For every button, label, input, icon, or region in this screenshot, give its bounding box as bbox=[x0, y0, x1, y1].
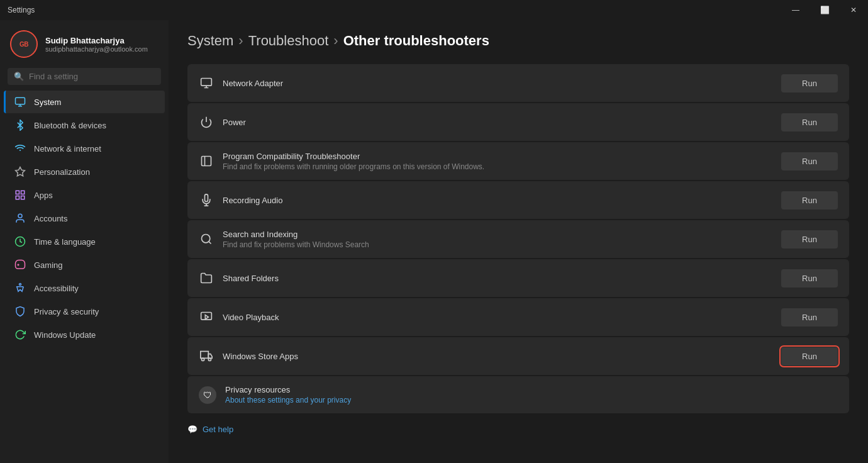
item-title-windows-store-apps: Windows Store Apps bbox=[223, 352, 298, 361]
item-icon-program-compatibility bbox=[199, 153, 214, 169]
nav-label-network: Network & internet bbox=[34, 144, 101, 153]
troubleshooter-power: Power Run bbox=[187, 103, 849, 141]
item-left-power: Power bbox=[199, 114, 246, 130]
restore-button[interactable]: ⬜ bbox=[810, 0, 839, 20]
item-icon-recording-audio bbox=[199, 192, 214, 208]
item-text-program-compatibility: Program Compatibility Troubleshooter Fin… bbox=[223, 152, 484, 171]
run-button-power[interactable]: Run bbox=[781, 113, 838, 131]
troubleshooter-search-indexing: Search and Indexing Find and fix problem… bbox=[187, 220, 849, 258]
nav-icon-personalization bbox=[14, 165, 26, 178]
breadcrumb-system[interactable]: System bbox=[187, 33, 233, 49]
breadcrumb-troubleshoot[interactable]: Troubleshoot bbox=[248, 33, 329, 49]
run-button-search-indexing[interactable]: Run bbox=[781, 230, 838, 248]
nav-icon-gaming bbox=[14, 259, 26, 271]
sidebar-item-bluetooth[interactable]: Bluetooth & devices bbox=[4, 114, 165, 137]
run-button-video-playback[interactable]: Run bbox=[781, 308, 838, 326]
item-icon-video-playback bbox=[199, 310, 214, 325]
profile-info: Sudip Bhattacharjya sudipbhattacharjya@o… bbox=[45, 36, 148, 53]
get-help-link[interactable]: 💬 Get help bbox=[187, 425, 849, 434]
nav-icon-apps bbox=[14, 189, 26, 201]
svg-rect-2 bbox=[21, 191, 25, 194]
nav-icon-accounts bbox=[14, 212, 26, 225]
avatar-inner: GB bbox=[10, 30, 38, 58]
svg-rect-3 bbox=[21, 196, 25, 199]
titlebar: Settings — ⬜ ✕ bbox=[0, 0, 868, 20]
sidebar-item-network[interactable]: Network & internet bbox=[4, 137, 165, 160]
search-icon: 🔍 bbox=[14, 72, 24, 81]
run-button-network-adapter[interactable]: Run bbox=[781, 74, 838, 92]
svg-point-19 bbox=[208, 358, 211, 360]
troubleshooter-recording-audio: Recording Audio Run bbox=[187, 181, 849, 219]
nav-label-apps: Apps bbox=[34, 191, 53, 200]
sidebar-item-personalization[interactable]: Personalization bbox=[4, 160, 165, 183]
svg-rect-10 bbox=[202, 157, 211, 166]
app-body: GB Sudip Bhattacharjya sudipbhattacharjy… bbox=[0, 20, 868, 463]
sidebar-item-privacy[interactable]: Privacy & security bbox=[4, 300, 165, 323]
item-icon-power bbox=[199, 114, 214, 130]
get-help-label[interactable]: Get help bbox=[203, 425, 233, 434]
item-desc-search-indexing: Find and fix problems with Windows Searc… bbox=[223, 240, 369, 249]
troubleshooter-shared-folders: Shared Folders Run bbox=[187, 259, 849, 297]
search-input[interactable] bbox=[29, 72, 155, 81]
item-text-recording-audio: Recording Audio bbox=[223, 196, 282, 205]
item-left-network-adapter: Network Adapter bbox=[199, 75, 283, 91]
sidebar-item-accessibility[interactable]: Accessibility bbox=[4, 277, 165, 299]
privacy-icon: 🛡 bbox=[199, 386, 216, 404]
item-icon-windows-store-apps bbox=[199, 349, 214, 364]
item-left-shared-folders: Shared Folders bbox=[199, 271, 279, 286]
troubleshooter-network-adapter: Network Adapter Run bbox=[187, 64, 849, 102]
search-box[interactable]: 🔍 bbox=[8, 68, 161, 85]
item-title-program-compatibility: Program Compatibility Troubleshooter bbox=[223, 152, 484, 161]
nav-label-system: System bbox=[34, 98, 61, 107]
svg-rect-17 bbox=[201, 352, 209, 359]
close-button[interactable]: ✕ bbox=[839, 0, 868, 20]
about-settings-link[interactable]: About these settings bbox=[225, 396, 294, 404]
sidebar-item-accounts[interactable]: Accounts bbox=[4, 207, 165, 230]
item-left-search-indexing: Search and Indexing Find and fix problem… bbox=[199, 230, 369, 249]
titlebar-left: Settings bbox=[8, 6, 35, 14]
privacy-section: 🛡 Privacy resources About these settings… bbox=[187, 376, 849, 413]
minimize-button[interactable]: — bbox=[781, 0, 810, 20]
sidebar-item-update[interactable]: Windows Update bbox=[4, 323, 165, 346]
item-left-program-compatibility: Program Compatibility Troubleshooter Fin… bbox=[199, 152, 484, 171]
svg-rect-0 bbox=[16, 98, 25, 104]
svg-line-15 bbox=[209, 242, 211, 244]
item-title-network-adapter: Network Adapter bbox=[223, 79, 283, 88]
sidebar-item-system[interactable]: System bbox=[4, 91, 165, 113]
run-button-program-compatibility[interactable]: Run bbox=[781, 152, 838, 170]
item-left-recording-audio: Recording Audio bbox=[199, 192, 282, 208]
nav-icon-bluetooth bbox=[14, 119, 26, 131]
item-title-power: Power bbox=[223, 118, 246, 127]
svg-rect-8 bbox=[201, 79, 212, 86]
privacy-title: Privacy resources bbox=[225, 385, 351, 394]
item-icon-network-adapter bbox=[199, 75, 214, 91]
privacy-text: Privacy resources About these settings a… bbox=[225, 385, 351, 404]
sidebar-item-time[interactable]: Time & language bbox=[4, 230, 165, 253]
run-button-shared-folders[interactable]: Run bbox=[781, 269, 838, 287]
run-button-windows-store-apps[interactable]: Run bbox=[781, 347, 838, 365]
troubleshooter-video-playback: Video Playback Run bbox=[187, 298, 849, 336]
profile-name: Sudip Bhattacharjya bbox=[45, 36, 148, 45]
nav-label-personalization: Personalization bbox=[34, 167, 90, 177]
item-title-shared-folders: Shared Folders bbox=[223, 274, 279, 283]
your-privacy-link[interactable]: your privacy bbox=[310, 396, 351, 404]
troubleshooter-windows-store-apps: Windows Store Apps Run bbox=[187, 337, 849, 375]
item-text-search-indexing: Search and Indexing Find and fix problem… bbox=[223, 230, 369, 249]
nav-icon-system bbox=[14, 96, 26, 108]
avatar: GB bbox=[10, 30, 38, 58]
breadcrumb-sep2: › bbox=[333, 33, 338, 49]
nav-label-gaming: Gaming bbox=[34, 260, 63, 270]
privacy-links: About these settings and your privacy bbox=[225, 396, 351, 404]
breadcrumb-current: Other troubleshooters bbox=[343, 33, 489, 49]
item-icon-shared-folders bbox=[199, 271, 214, 286]
nav-label-time: Time & language bbox=[34, 237, 96, 247]
svg-rect-4 bbox=[16, 196, 19, 199]
item-text-network-adapter: Network Adapter bbox=[223, 79, 283, 88]
get-help-icon: 💬 bbox=[187, 425, 198, 434]
item-left-windows-store-apps: Windows Store Apps bbox=[199, 349, 298, 364]
svg-point-7 bbox=[19, 284, 21, 286]
sidebar-item-apps[interactable]: Apps bbox=[4, 184, 165, 206]
sidebar-item-gaming[interactable]: Gaming bbox=[4, 254, 165, 276]
titlebar-controls: — ⬜ ✕ bbox=[781, 0, 868, 20]
run-button-recording-audio[interactable]: Run bbox=[781, 191, 838, 209]
